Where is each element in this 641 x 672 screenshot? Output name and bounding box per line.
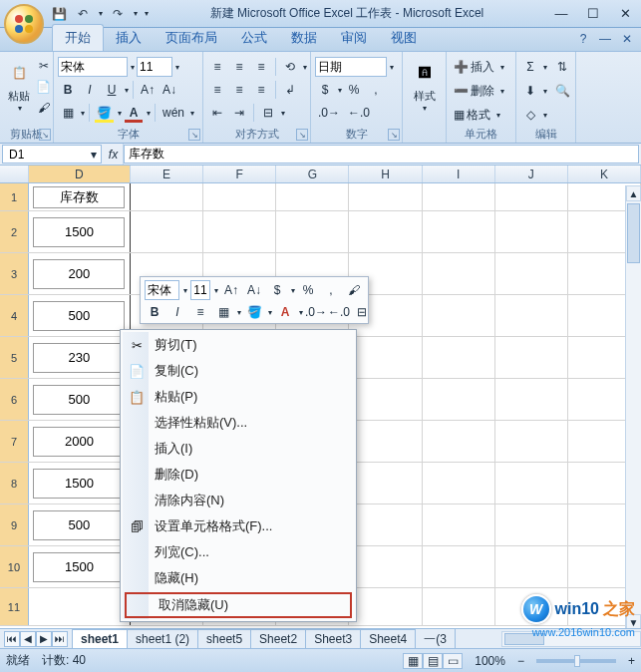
decrease-indent-icon[interactable]: ⇤ <box>207 103 227 123</box>
vertical-scrollbar[interactable]: ▲ ▼ <box>625 185 641 630</box>
increase-indent-icon[interactable]: ⇥ <box>229 103 249 123</box>
name-box[interactable]: D1▾ <box>2 145 102 164</box>
zoom-slider[interactable] <box>536 659 616 663</box>
delete-cells-button[interactable]: ➖删除 <box>451 81 497 101</box>
percent-icon[interactable]: % <box>344 80 364 100</box>
align-launcher-icon[interactable]: ↘ <box>296 129 308 141</box>
sheet-nav-last-icon[interactable]: ⏭ <box>52 631 68 647</box>
fill-icon[interactable]: ⬇ <box>520 81 540 101</box>
col-header-e[interactable]: E <box>131 166 203 182</box>
zoom-value[interactable]: 100% <box>475 654 505 668</box>
align-bottom-icon[interactable]: ≡ <box>251 57 271 77</box>
border-button[interactable]: ▦ <box>58 103 78 123</box>
merge-center-icon[interactable]: ⊟ <box>258 103 278 123</box>
view-normal-icon[interactable]: ▦ <box>403 653 423 669</box>
ctx-delete[interactable]: 删除(D) <box>123 462 354 488</box>
orientation-icon[interactable]: ⟲ <box>280 57 300 77</box>
ctx-column-width[interactable]: 列宽(C)... <box>123 539 354 565</box>
number-format-combo[interactable]: 日期 <box>315 57 387 77</box>
mini-align-icon[interactable]: ≡ <box>190 302 210 322</box>
col-header-j[interactable]: J <box>495 166 568 182</box>
mini-inc-decimal-icon[interactable]: .0→ <box>306 302 326 322</box>
ctx-format-cells[interactable]: 🗐设置单元格格式(F)... <box>123 513 354 539</box>
tab-insert[interactable]: 插入 <box>104 25 154 51</box>
save-icon[interactable]: 💾 <box>50 5 68 23</box>
row-header-11[interactable]: 11 <box>0 588 29 625</box>
formula-input[interactable]: 库存数 <box>124 145 639 164</box>
tab-review[interactable]: 审阅 <box>329 25 379 51</box>
cell-D2[interactable]: 1500 <box>29 211 131 252</box>
fill-color-button[interactable]: 🪣 <box>94 103 115 123</box>
font-launcher-icon[interactable]: ↘ <box>188 129 200 141</box>
mini-dec-decimal-icon[interactable]: ←.0 <box>329 302 349 322</box>
tab-data[interactable]: 数据 <box>279 25 329 51</box>
tab-view[interactable]: 视图 <box>379 25 429 51</box>
insert-cells-button[interactable]: ➕插入 <box>451 57 497 77</box>
sheet-nav-first-icon[interactable]: ⏮ <box>4 631 20 647</box>
col-header-f[interactable]: F <box>203 166 276 182</box>
cell-D8[interactable]: 1500 <box>29 463 131 504</box>
undo-icon[interactable]: ↶ <box>74 5 92 23</box>
mini-bold-icon[interactable]: B <box>145 302 164 322</box>
paste-button[interactable]: 📋 粘贴 ▾ <box>4 56 34 122</box>
sheet-tab[interactable]: Sheet4 <box>360 629 416 648</box>
ctx-paste-special[interactable]: 选择性粘贴(V)... <box>123 410 354 436</box>
col-header-g[interactable]: G <box>276 166 349 182</box>
sheet-tab[interactable]: sheet5 <box>197 629 251 648</box>
minimize-ribbon-icon[interactable]: — <box>597 31 613 47</box>
grow-font-icon[interactable]: A↑ <box>138 80 158 100</box>
phonetic-button[interactable]: wén <box>160 103 187 123</box>
tab-formulas[interactable]: 公式 <box>229 25 279 51</box>
row-header-7[interactable]: 7 <box>0 421 29 462</box>
minimize-button[interactable]: — <box>545 3 577 25</box>
zoom-in-icon[interactable]: + <box>628 654 635 668</box>
sheet-tab[interactable]: sheet1 (2) <box>127 629 198 648</box>
font-name-combo[interactable]: 宋体 <box>58 57 128 77</box>
align-right-icon[interactable]: ≡ <box>251 80 271 100</box>
maximize-button[interactable]: ☐ <box>577 3 609 25</box>
zoom-thumb[interactable] <box>574 655 580 667</box>
row-header-1[interactable]: 1 <box>0 183 29 210</box>
sheet-nav-prev-icon[interactable]: ◀ <box>20 631 36 647</box>
tab-layout[interactable]: 页面布局 <box>154 25 229 51</box>
mini-merge-icon[interactable]: ⊟ <box>352 302 372 322</box>
cut-icon[interactable]: ✂ <box>33 56 54 76</box>
close-button[interactable]: ✕ <box>609 3 641 25</box>
clear-icon[interactable]: ◇ <box>520 105 540 125</box>
cell-D6[interactable]: 500 <box>29 379 131 420</box>
find-select-icon[interactable]: 🔍 <box>552 81 573 101</box>
cell-D1[interactable]: 库存数 <box>29 183 131 210</box>
row-header-10[interactable]: 10 <box>0 546 29 587</box>
select-all-button[interactable] <box>0 166 29 182</box>
col-header-h[interactable]: H <box>349 166 422 182</box>
row-header-4[interactable]: 4 <box>0 295 29 336</box>
view-page-layout-icon[interactable]: ▤ <box>423 653 443 669</box>
cell-D9[interactable]: 500 <box>29 504 131 545</box>
cell-D5[interactable]: 230 <box>29 337 131 378</box>
ctx-hide[interactable]: 隐藏(H) <box>123 565 354 591</box>
ctx-clear[interactable]: 清除内容(N) <box>123 488 354 513</box>
bold-button[interactable]: B <box>58 80 78 100</box>
shrink-font-icon[interactable]: A↓ <box>160 80 179 100</box>
sheet-tab[interactable]: Sheet2 <box>250 629 306 648</box>
styles-button[interactable]: 🅰 样式 ▾ <box>407 56 442 122</box>
row-header-2[interactable]: 2 <box>0 211 29 252</box>
wrap-text-icon[interactable]: ↲ <box>280 80 300 100</box>
row-header-5[interactable]: 5 <box>0 337 29 378</box>
mini-shrink-font-icon[interactable]: A↓ <box>244 280 264 300</box>
row-header-6[interactable]: 6 <box>0 379 29 420</box>
sheet-tab[interactable]: 一(3 <box>415 628 456 650</box>
tab-home[interactable]: 开始 <box>52 24 104 51</box>
ctx-insert[interactable]: 插入(I) <box>123 436 354 462</box>
scroll-up-icon[interactable]: ▲ <box>626 185 641 201</box>
ctx-paste[interactable]: 📋粘贴(P) <box>123 384 354 410</box>
ctx-cut[interactable]: ✂剪切(T) <box>123 332 354 358</box>
clipboard-launcher-icon[interactable]: ↘ <box>39 129 51 141</box>
cell-D11[interactable] <box>29 588 131 625</box>
col-header-i[interactable]: I <box>423 166 495 182</box>
ctx-copy[interactable]: 📄复制(C) <box>123 358 354 384</box>
mini-format-painter-icon[interactable]: 🖌 <box>344 280 364 300</box>
ribbon-close-icon[interactable]: ✕ <box>619 31 635 47</box>
row-header-9[interactable]: 9 <box>0 504 29 545</box>
comma-icon[interactable]: , <box>366 80 386 100</box>
